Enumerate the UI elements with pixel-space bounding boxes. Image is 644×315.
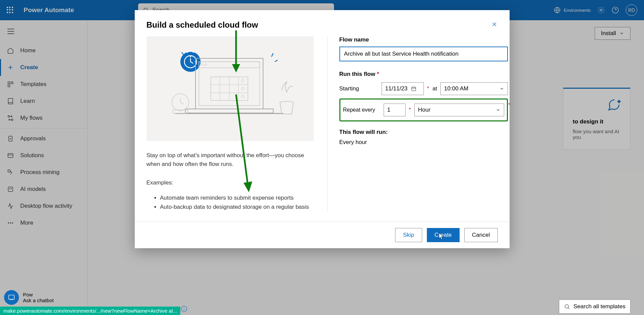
- cursor-icon: [437, 232, 445, 240]
- chevron-down-icon: [496, 108, 500, 112]
- chat-icon: [4, 290, 19, 305]
- flow-name-label: Flow name: [339, 36, 508, 43]
- annotation-arrow-1: [229, 30, 243, 74]
- chevron-down-icon: [499, 86, 504, 91]
- repeat-label: Repeat every: [343, 107, 380, 113]
- starting-label: Starting: [339, 85, 378, 92]
- search-templates-input[interactable]: Search all templates: [559, 299, 630, 314]
- info-icon[interactable]: [181, 306, 187, 314]
- svg-point-38: [565, 305, 569, 308]
- svg-point-26: [205, 64, 207, 66]
- svg-point-25: [201, 64, 203, 66]
- repeat-unit-select[interactable]: Hour: [414, 104, 504, 116]
- modal-description: Stay on top of what's important without …: [147, 151, 314, 168]
- flow-name-input[interactable]: [339, 47, 508, 61]
- svg-rect-32: [175, 113, 283, 114]
- date-input[interactable]: 11/11/23: [382, 82, 424, 95]
- examples-list: Automate team reminders to submit expens…: [147, 193, 314, 211]
- calendar-icon: [411, 86, 416, 91]
- examples-label: Examples:: [147, 178, 314, 187]
- svg-rect-35: [412, 87, 416, 91]
- run-flow-label: Run this flow *: [339, 71, 508, 78]
- close-icon: [491, 21, 498, 28]
- search-icon: [564, 304, 570, 310]
- time-input[interactable]: 10:00 AM: [440, 82, 508, 95]
- status-bar: make.powerautomate.com/environments/.../…: [0, 307, 180, 315]
- close-button[interactable]: [491, 21, 498, 29]
- svg-rect-31: [185, 109, 273, 113]
- svg-rect-36: [9, 295, 15, 299]
- cancel-button[interactable]: Cancel: [464, 228, 498, 242]
- scheduled-flow-modal: Build a scheduled cloud flow: [135, 10, 510, 248]
- modal-title: Build a scheduled cloud flow: [147, 20, 258, 30]
- skip-button[interactable]: Skip: [395, 228, 422, 242]
- will-run-label: This flow will run:: [339, 129, 508, 136]
- will-run-value: Every hour: [339, 139, 508, 146]
- chatbot-launcher[interactable]: PowAsk a chatbot: [4, 290, 54, 305]
- svg-point-29: [241, 87, 244, 90]
- at-label: at: [433, 86, 437, 92]
- repeat-number-input[interactable]: [384, 104, 406, 116]
- svg-point-28: [241, 79, 244, 82]
- annotation-arrow-2: [233, 94, 253, 196]
- repeat-highlight: Repeat every * Hour *: [339, 98, 508, 121]
- create-button[interactable]: Create: [427, 228, 460, 242]
- svg-point-20: [190, 56, 191, 57]
